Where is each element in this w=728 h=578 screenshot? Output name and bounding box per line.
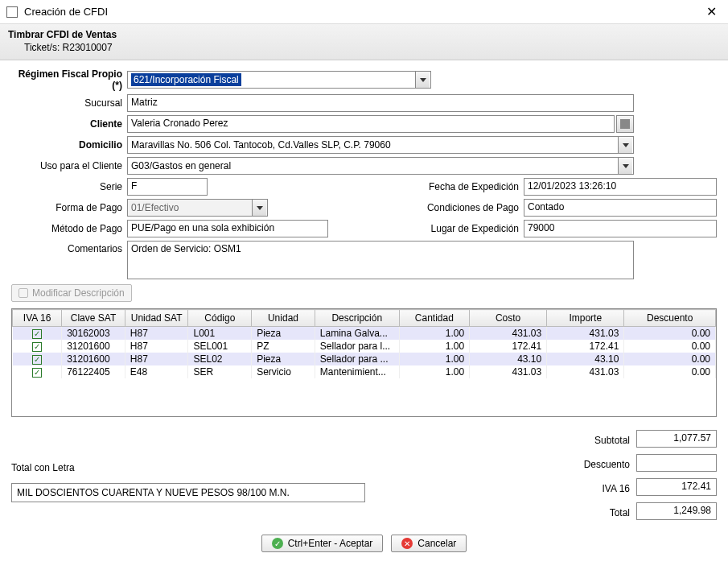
window-title: Creación de CFDI <box>24 6 701 18</box>
cell: L001 <box>188 327 252 341</box>
cliente-value: Valeria Cronado Perez <box>131 118 228 129</box>
cliente-lookup-button[interactable] <box>616 115 634 133</box>
cell: Pieza <box>252 327 315 341</box>
cell: 1.00 <box>399 340 469 353</box>
modify-description-label: Modificar Descripción <box>32 287 125 299</box>
titlebar: Creación de CFDI ✕ <box>0 0 728 24</box>
sucursal-value: Matriz <box>131 97 158 108</box>
serie-field[interactable]: F <box>127 178 208 196</box>
cell: PZ <box>252 340 315 353</box>
domicilio-combo[interactable]: Maravillas No. 506 Col. Tantocob, Cd.Val… <box>127 136 634 154</box>
column-header[interactable]: Unidad <box>252 310 315 327</box>
regimen-value: 621/Incorporación Fiscal <box>131 73 241 86</box>
cell: H87 <box>125 327 188 341</box>
subheader: Timbrar CFDI de Ventas Ticket/s: R230100… <box>0 24 728 60</box>
label-domicilio: Domicilio <box>11 139 127 151</box>
forma-pago-value: 01/Efectivo <box>131 202 179 213</box>
uso-value: G03/Gastos en general <box>131 160 231 171</box>
footer-buttons: ✓ Ctrl+Enter - Aceptar ✕ Cancelar <box>0 526 728 557</box>
lugar-exp-field[interactable]: 79000 <box>524 220 717 237</box>
cell: 0.00 <box>624 365 716 378</box>
cell: 431.03 <box>547 365 624 378</box>
cell: 172.41 <box>547 340 624 353</box>
cell: SEL001 <box>188 340 252 353</box>
cell: Servicio <box>252 365 315 378</box>
row-checkbox[interactable]: ✓ <box>32 342 42 352</box>
cell: 30162003 <box>62 327 125 341</box>
accept-label: Ctrl+Enter - Aceptar <box>288 538 373 549</box>
metodo-pago-field[interactable]: PUE/Pago en una sola exhibición <box>127 220 328 237</box>
ticket-label: Ticket/s: <box>24 42 60 53</box>
label-uso: Uso para el Cliente <box>11 160 127 171</box>
uso-combo[interactable]: G03/Gastos en general <box>127 157 634 175</box>
table-row[interactable]: ✓76122405E48SERServicioMantenimient...1.… <box>13 365 716 378</box>
cell: 0.00 <box>624 353 716 365</box>
cell: 172.41 <box>470 340 547 353</box>
modify-description-button: Modificar Descripción <box>11 284 132 302</box>
label-forma-pago: Forma de Pago <box>11 202 127 213</box>
label-cond-pago: Condiciones de Pago <box>419 202 524 213</box>
column-header[interactable]: Costo <box>470 310 547 327</box>
building-icon <box>620 119 630 129</box>
cell: 431.03 <box>470 365 547 378</box>
ticket-line: Ticket/s: R23010007 <box>8 42 720 53</box>
cell: 31201600 <box>62 353 125 365</box>
cell: 31201600 <box>62 340 125 353</box>
row-checkbox[interactable]: ✓ <box>32 329 42 339</box>
column-header[interactable]: Importe <box>547 310 624 327</box>
column-header[interactable]: Descuento <box>624 310 716 327</box>
fecha-exp-value: 12/01/2023 13:26:10 <box>528 180 616 192</box>
cell: E48 <box>125 365 188 378</box>
chevron-down-icon[interactable] <box>618 137 632 153</box>
label-descuento: Descuento <box>540 454 636 475</box>
cell: ✓ <box>13 327 62 341</box>
table-row[interactable]: ✓31201600H87SEL02PiezaSellador para ...1… <box>13 353 716 365</box>
iva-value: 172.41 <box>636 478 717 496</box>
subtitle: Timbrar CFDI de Ventas <box>8 29 720 40</box>
lugar-exp-value: 79000 <box>528 222 554 233</box>
fecha-exp-field[interactable]: 12/01/2023 13:26:10 <box>524 178 717 196</box>
label-comentarios: Comentarios <box>11 241 127 254</box>
domicilio-value: Maravillas No. 506 Col. Tantocob, Cd.Val… <box>131 139 391 151</box>
accept-button[interactable]: ✓ Ctrl+Enter - Aceptar <box>261 535 384 552</box>
cell: 431.03 <box>547 327 624 341</box>
label-total: Total <box>540 502 636 523</box>
cell: H87 <box>125 340 188 353</box>
row-checkbox[interactable]: ✓ <box>32 355 42 365</box>
sucursal-field[interactable]: Matriz <box>127 94 634 112</box>
cond-pago-field[interactable]: Contado <box>524 199 717 217</box>
label-serie: Serie <box>11 181 127 192</box>
descuento-value <box>636 454 717 472</box>
cliente-field[interactable]: Valeria Cronado Perez <box>127 115 615 133</box>
subtotal-value: 1,077.57 <box>636 430 717 448</box>
chevron-down-icon[interactable] <box>415 72 430 88</box>
label-lugar-exp: Lugar de Expedición <box>419 223 524 234</box>
regimen-combo[interactable]: 621/Incorporación Fiscal <box>127 71 431 89</box>
column-header[interactable]: Descripción <box>315 310 399 327</box>
label-regimen: Régimen Fiscal Propio (*) <box>11 68 127 91</box>
close-icon[interactable]: ✕ <box>701 4 722 19</box>
cell: Sellador para ... <box>315 353 399 365</box>
cell: 43.10 <box>470 353 547 365</box>
label-subtotal: Subtotal <box>540 430 636 451</box>
total-value: 1,249.98 <box>636 502 717 520</box>
table-row[interactable]: ✓31201600H87SEL001PZSellador para l...1.… <box>13 340 716 353</box>
cancel-button[interactable]: ✕ Cancelar <box>391 535 467 552</box>
row-checkbox[interactable]: ✓ <box>32 368 42 378</box>
cell: SER <box>188 365 252 378</box>
chevron-down-icon <box>252 200 266 216</box>
column-header[interactable]: Código <box>188 310 252 327</box>
table-row[interactable]: ✓30162003H87L001PiezaLamina Galva...1.00… <box>13 327 716 341</box>
column-header[interactable]: Cantidad <box>399 310 469 327</box>
label-sucursal: Sucursal <box>11 97 127 109</box>
line-items-grid[interactable]: IVA 16Clave SATUnidad SATCódigoUnidadDes… <box>11 308 717 417</box>
column-header[interactable]: Unidad SAT <box>125 310 188 327</box>
ticket-value: R23010007 <box>63 42 113 53</box>
serie-value: F <box>131 180 137 192</box>
chevron-down-icon[interactable] <box>618 158 632 174</box>
column-header[interactable]: Clave SAT <box>62 310 125 327</box>
check-icon: ✓ <box>272 538 283 549</box>
column-header[interactable]: IVA 16 <box>13 310 62 327</box>
comentarios-field[interactable] <box>127 241 634 279</box>
cell: ✓ <box>13 340 62 353</box>
